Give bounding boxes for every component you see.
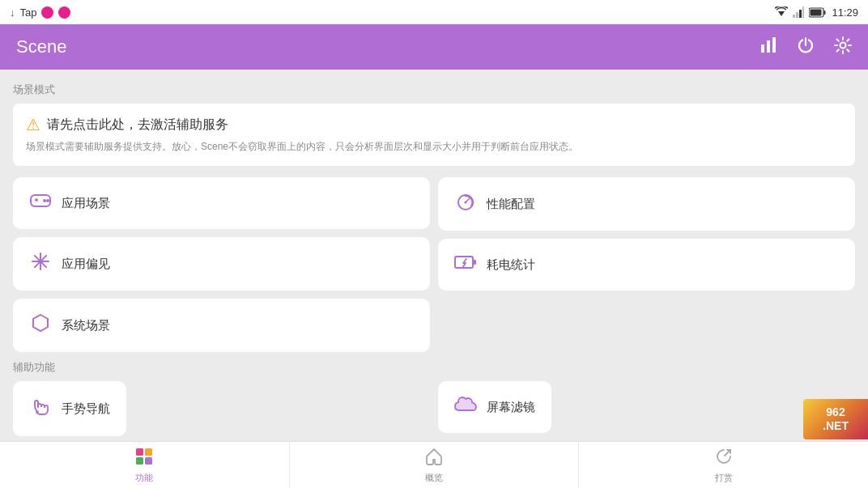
gamepad-icon: [29, 192, 52, 214]
svg-rect-8: [761, 45, 764, 53]
svg-rect-2: [796, 12, 798, 18]
stats-icon[interactable]: [760, 36, 777, 58]
performance-config-label: 性能配置: [487, 197, 535, 212]
alert-desc: 场景模式需要辅助服务提供支持。放心，Scene不会窃取界面上的内容，只会分析界面…: [26, 139, 842, 155]
watermark: 962.NET: [803, 399, 868, 439]
svg-point-13: [43, 199, 46, 202]
svg-point-14: [46, 199, 49, 202]
launch-label: 打赏: [715, 472, 733, 484]
svg-marker-22: [33, 315, 48, 331]
system-scene-label: 系统场景: [62, 318, 110, 333]
assist-right-col: 屏幕滤镜: [438, 381, 855, 436]
scene-buttons-row: 应用场景 应用偏见: [13, 177, 855, 352]
app-scene-button[interactable]: 应用场景: [13, 177, 430, 229]
assist-buttons-row: 手势导航 屏幕滤镜: [13, 381, 855, 436]
status-bar-left: ↓ Tap: [10, 6, 70, 19]
app-bar-actions: [760, 36, 852, 58]
assist-function-label: 辅助功能: [13, 360, 855, 375]
overview-icon: [424, 447, 444, 469]
hexagon-icon: [29, 313, 52, 337]
power-stats-icon: [454, 253, 477, 276]
nav-function[interactable]: 功能: [0, 442, 290, 488]
alert-icon: ⚠: [26, 115, 40, 134]
alert-title: ⚠ 请先点击此处，去激活辅助服务: [26, 115, 842, 134]
snowflake-icon: [29, 252, 52, 276]
time-display: 11:29: [832, 6, 858, 19]
svg-rect-6: [824, 11, 826, 15]
settings-icon[interactable]: [834, 36, 852, 58]
svg-rect-3: [799, 10, 802, 18]
app-title: Scene: [16, 36, 760, 57]
battery-icon: [809, 7, 827, 18]
scene-mode-label: 场景模式: [13, 83, 855, 97]
main-content: 场景模式 ⚠ 请先点击此处，去激活辅助服务 场景模式需要辅助服务提供支持。放心，…: [0, 70, 868, 441]
app-preference-label: 应用偏见: [62, 257, 110, 272]
svg-line-25: [466, 198, 470, 202]
watermark-text: 962.NET: [823, 405, 849, 433]
signal-icon: [793, 6, 804, 18]
svg-rect-7: [811, 9, 822, 15]
svg-rect-1: [793, 15, 795, 18]
alert-banner[interactable]: ⚠ 请先点击此处，去激活辅助服务 场景模式需要辅助服务提供支持。放心，Scene…: [13, 104, 855, 166]
nav-launch[interactable]: 打赏: [579, 442, 868, 488]
function-icon: [134, 447, 154, 469]
alert-title-text: 请先点击此处，去激活辅助服务: [47, 117, 228, 134]
app-scene-label: 应用场景: [62, 196, 110, 211]
overview-label: 概览: [425, 472, 443, 484]
svg-rect-29: [145, 448, 152, 456]
svg-rect-30: [136, 457, 143, 465]
nav-overview[interactable]: 概览: [290, 442, 580, 488]
gesture-nav-label: 手势导航: [62, 401, 110, 417]
power-stats-label: 耗电统计: [487, 257, 535, 273]
status-bar: ↓ Tap 11:29: [0, 0, 868, 24]
performance-config-button[interactable]: 性能配置: [438, 177, 855, 231]
tap-text: Tap: [20, 6, 37, 19]
app-preference-button[interactable]: 应用偏见: [13, 237, 430, 291]
wifi-icon: [775, 6, 788, 18]
gesture-nav-button[interactable]: 手势导航: [13, 381, 126, 436]
svg-point-11: [840, 42, 846, 48]
tap-circle-2: [58, 6, 70, 19]
assist-left-col: 手势导航: [13, 381, 430, 436]
svg-rect-10: [772, 37, 776, 53]
power-icon[interactable]: [797, 36, 815, 58]
svg-marker-0: [778, 11, 785, 16]
performance-icon: [454, 192, 477, 216]
svg-rect-16: [36, 198, 37, 202]
status-bar-right: 11:29: [775, 6, 858, 19]
app-bar: Scene: [0, 24, 868, 70]
svg-rect-27: [473, 260, 476, 265]
cloud-icon: [454, 396, 477, 418]
svg-rect-31: [145, 457, 152, 465]
launch-icon: [714, 447, 734, 469]
power-stats-button[interactable]: 耗电统计: [438, 239, 855, 291]
screen-filter-label: 屏幕滤镜: [487, 400, 535, 415]
system-scene-button[interactable]: 系统场景: [13, 299, 430, 352]
screen-filter-button[interactable]: 屏幕滤镜: [438, 381, 551, 433]
tap-circle-1: [41, 6, 53, 19]
bottom-nav: 功能 概览 打赏: [0, 441, 868, 488]
scene-right-col: 性能配置 耗电统计: [438, 177, 855, 352]
function-label: 功能: [135, 472, 153, 484]
download-icon: ↓: [10, 6, 15, 19]
svg-rect-4: [802, 6, 804, 18]
svg-point-21: [39, 260, 42, 263]
gesture-icon: [29, 396, 52, 422]
scene-left-col: 应用场景 应用偏见: [13, 177, 430, 352]
svg-rect-28: [136, 448, 143, 456]
svg-rect-9: [767, 40, 770, 53]
